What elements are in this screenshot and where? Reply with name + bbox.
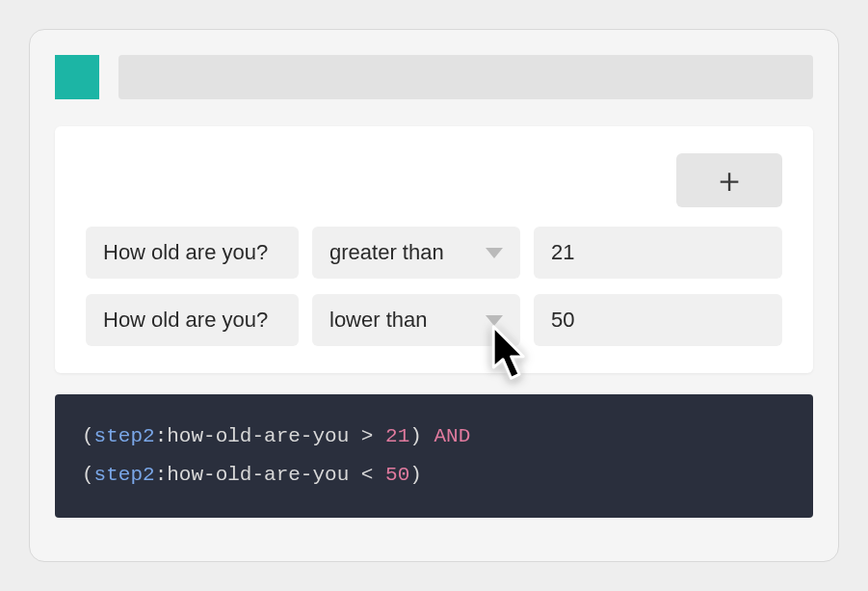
operator-select[interactable]: lower than <box>312 294 520 346</box>
plus-icon: ＋ <box>712 163 747 198</box>
chevron-down-icon <box>486 315 503 326</box>
question-select[interactable]: How old are you? <box>86 294 299 346</box>
add-rule-button[interactable]: ＋ <box>676 153 782 207</box>
rule-row: How old are you? lower than 50 <box>86 294 782 346</box>
value-input[interactable]: 50 <box>534 294 782 346</box>
token-operator: < <box>349 464 385 486</box>
token-paren: ( <box>82 425 94 447</box>
token-paren: ( <box>82 464 94 486</box>
section-color-swatch <box>55 55 99 99</box>
operator-label: lower than <box>329 308 428 333</box>
token-paren: ) <box>409 464 422 486</box>
value-input[interactable]: 21 <box>534 227 782 279</box>
code-line: (step2:how-old-are-you > 21) AND <box>82 417 786 456</box>
value-text: 50 <box>551 308 574 333</box>
token-field: how-old-are-you <box>167 425 349 447</box>
rules-card: ＋ How old are you? greater than 21 How o… <box>55 126 813 373</box>
code-line: (step2:how-old-are-you < 50) <box>82 456 786 495</box>
token-and: AND <box>434 425 471 447</box>
code-preview: (step2:how-old-are-you > 21) AND (step2:… <box>55 394 813 518</box>
title-placeholder-bar <box>118 55 813 99</box>
chevron-down-icon <box>486 248 503 258</box>
editor-panel: ＋ How old are you? greater than 21 How o… <box>29 29 839 562</box>
token-operator: > <box>349 425 385 447</box>
token-colon: : <box>155 464 168 486</box>
operator-select[interactable]: greater than <box>312 227 520 279</box>
operator-label: greater than <box>329 240 444 265</box>
header-row <box>55 55 813 99</box>
token-colon: : <box>155 425 168 447</box>
rule-row: How old are you? greater than 21 <box>86 227 782 279</box>
add-row: ＋ <box>86 153 782 207</box>
value-text: 21 <box>551 240 574 265</box>
question-label: How old are you? <box>103 240 268 265</box>
token-number: 21 <box>385 425 409 447</box>
token-paren: ) <box>409 425 434 447</box>
token-step: step2 <box>94 464 155 486</box>
token-step: step2 <box>94 425 155 447</box>
token-field: how-old-are-you <box>167 464 349 486</box>
question-select[interactable]: How old are you? <box>86 227 299 279</box>
question-label: How old are you? <box>103 308 268 333</box>
token-number: 50 <box>385 464 409 486</box>
